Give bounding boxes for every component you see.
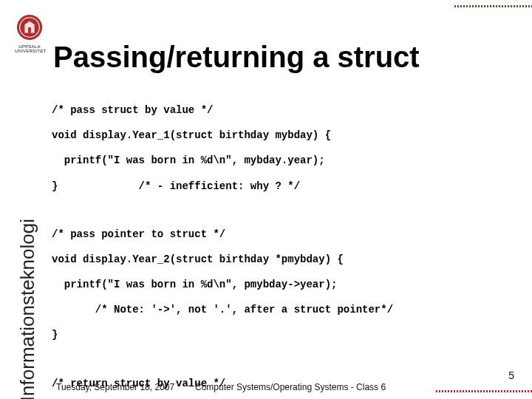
header-stripe — [454, 5, 532, 7]
slide-title: Passing/returning a struct — [53, 41, 420, 74]
code-line: } /* - inefficient: why ? */ — [52, 180, 300, 192]
uppsala-logo: UPPSALA UNIVERSITET — [15, 13, 44, 53]
footer-page: 5 — [508, 369, 514, 381]
uppsala-seal-icon — [16, 13, 44, 41]
code-line: printf("I was born in %d\n", pmybday->ye… — [52, 279, 337, 290]
svg-rect-2 — [28, 27, 31, 33]
code-line: /* pass pointer to struct */ — [52, 228, 225, 240]
code-line: /* pass struct by value */ — [52, 104, 213, 116]
footer-date: Tuesday, September 18, 2007 — [56, 382, 189, 392]
code-line: printf("I was born in %d\n", mybday.year… — [52, 154, 325, 166]
code-line: void display.Year_1(struct birthday mybd… — [52, 129, 331, 141]
code-line: } — [52, 329, 58, 341]
footer-stripe — [436, 390, 532, 392]
code-line: /* Note: '->', not '.', after a struct p… — [52, 304, 393, 316]
code-body: /* pass struct by value */ void display.… — [52, 92, 522, 399]
code-line: void display.Year_2(struct birthday *pmy… — [52, 253, 344, 265]
logo-text: UPPSALA UNIVERSITET — [15, 44, 44, 53]
sidebar-label: Informationsteknologi — [16, 219, 39, 399]
